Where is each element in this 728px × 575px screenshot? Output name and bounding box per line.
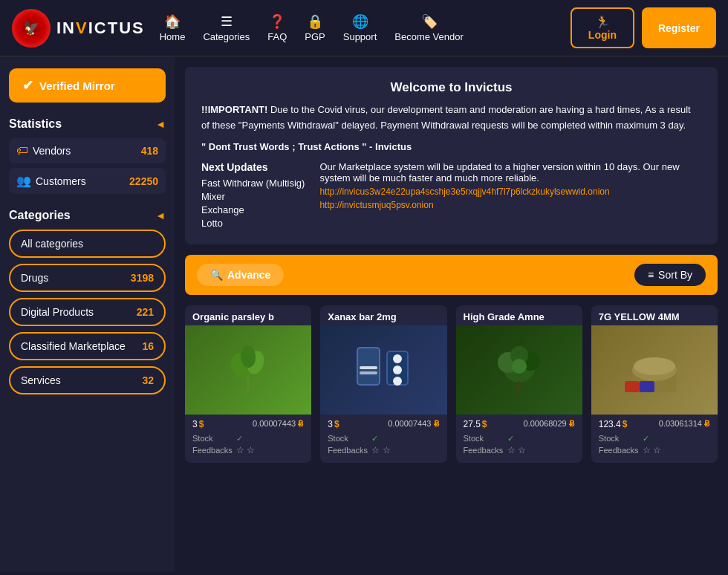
stock-row-0: Stock ✓ xyxy=(192,434,304,444)
category-all[interactable]: All categories xyxy=(9,230,166,258)
stars-0: ☆ ☆ xyxy=(236,445,255,455)
stock-check-icon-2: ✓ xyxy=(507,434,514,444)
product-card-3[interactable]: 7G YELLOW 4MM 123.4 $ xyxy=(591,305,718,463)
stock-check-icon-3: ✓ xyxy=(643,434,649,444)
onion-link-1[interactable]: http://invicus3w24e22upa4scshje3e5rxqjjv… xyxy=(319,186,701,197)
sort-icon: ≡ xyxy=(648,269,654,281)
welcome-important-text: !!IMPORTANT! Due to the Covid virus, our… xyxy=(201,103,701,134)
product-price-row-1: 3 $ 0.00007443 Ƀ xyxy=(320,415,446,431)
nav-become-vendor[interactable]: 🏷️ Become Vendor xyxy=(394,13,464,42)
support-icon: 🌐 xyxy=(352,13,368,30)
category-drugs[interactable]: Drugs 3198 xyxy=(9,264,166,292)
product-meta-0: Stock ✓ Feedbacks ☆ ☆ xyxy=(185,431,311,463)
feedbacks-row-0: Feedbacks ☆ ☆ xyxy=(192,445,304,455)
pgp-icon: 🔒 xyxy=(307,13,323,30)
svg-point-9 xyxy=(393,366,402,374)
header: 🦅 INVICTUS 🏠 Home ☰ Categories ❓ FAQ 🔒 P… xyxy=(0,0,728,56)
xanax-svg xyxy=(354,340,413,400)
feedbacks-row-2: Feedbacks ☆ ☆ xyxy=(464,445,575,455)
nav-home[interactable]: 🏠 Home xyxy=(160,13,186,42)
welcome-box: Welcome to Invictus !!IMPORTANT! Due to … xyxy=(185,67,718,244)
product-price-row-3: 123.4 $ 0.03061314 Ƀ xyxy=(591,415,718,431)
nav-faq[interactable]: ❓ FAQ xyxy=(267,13,287,42)
logo: 🦅 INVICTUS xyxy=(12,9,145,48)
product-price-row-0: 3 $ 0.00007443 Ƀ xyxy=(185,415,311,431)
svg-point-8 xyxy=(393,377,402,386)
price-btc-0: 0.00007443 Ƀ xyxy=(253,419,304,429)
powder-svg xyxy=(625,340,684,400)
register-button[interactable]: Register xyxy=(642,7,716,48)
sidebar: ✔ Verified Mirror Statistics ◄ 🏷 Vendors… xyxy=(0,56,175,572)
logo-text: INVICTUS xyxy=(56,19,145,38)
customers-stat: 👥 Customers 22250 xyxy=(9,168,166,194)
svg-rect-20 xyxy=(625,381,640,392)
main-content: Welcome to Invictus !!IMPORTANT! Due to … xyxy=(175,56,728,572)
customers-label: 👥 Customers xyxy=(16,174,86,188)
nav-support[interactable]: 🌐 Support xyxy=(343,13,377,42)
product-meta-1: Stock ✓ Feedbacks ☆ ☆ xyxy=(320,431,446,463)
vendors-label: 🏷 Vendors xyxy=(16,144,71,157)
advance-search-button[interactable]: 🔍 Advance xyxy=(197,264,284,286)
vendors-icon: 🏷 xyxy=(16,144,28,157)
category-digital-products[interactable]: Digital Products 221 xyxy=(9,298,166,326)
updates-list: Next Updates Fast Withdraw (Multisig) Mi… xyxy=(201,161,305,231)
sort-by-button[interactable]: ≡ Sort By xyxy=(634,264,706,286)
stars-1: ☆ ☆ xyxy=(371,445,390,455)
stock-row-3: Stock ✓ xyxy=(599,434,710,444)
stock-check-icon-1: ✓ xyxy=(371,434,378,444)
logo-v: V xyxy=(76,19,88,37)
search-icon: 🔍 xyxy=(210,269,223,281)
nav-categories[interactable]: ☰ Categories xyxy=(203,13,250,42)
customers-count: 22250 xyxy=(129,175,158,187)
welcome-updates: Next Updates Fast Withdraw (Multisig) Mi… xyxy=(201,161,701,231)
svg-point-15 xyxy=(512,359,527,374)
customers-icon: 👥 xyxy=(16,174,31,188)
categories-title: Categories ◄ xyxy=(9,209,166,222)
svg-point-10 xyxy=(393,354,402,363)
vendors-count: 418 xyxy=(141,145,158,157)
product-title-0: Organic parsley b xyxy=(185,305,311,325)
updates-description: Our Marketplace system will be updated t… xyxy=(319,161,701,231)
svg-rect-6 xyxy=(360,366,377,369)
category-classified[interactable]: Classified Marketplace 16 xyxy=(9,332,166,360)
categories-arrow-icon: ◄ xyxy=(155,209,166,221)
categories-section: Categories ◄ All categories Drugs 3198 D… xyxy=(9,209,166,394)
product-image-2 xyxy=(456,325,582,415)
stats-arrow-icon: ◄ xyxy=(155,118,166,130)
product-card-1[interactable]: Xanax bar 2mg 3 $ xyxy=(320,305,446,463)
login-icon: 🏃 xyxy=(588,15,617,29)
nav-pgp[interactable]: 🔒 PGP xyxy=(305,13,325,42)
login-button[interactable]: 🏃 Login xyxy=(571,7,634,48)
stars-2: ☆ ☆ xyxy=(507,445,526,455)
onion-link-2[interactable]: http://invictusmjuq5psv.onion xyxy=(319,200,701,210)
stars-3: ☆ ☆ xyxy=(643,445,661,455)
main-nav: 🏠 Home ☰ Categories ❓ FAQ 🔒 PGP 🌐 Suppor… xyxy=(160,13,556,42)
vendor-icon: 🏷️ xyxy=(421,13,438,30)
faq-icon: ❓ xyxy=(269,13,285,30)
search-sort-bar: 🔍 Advance ≡ Sort By xyxy=(185,255,718,295)
auth-buttons: 🏃 Login Register xyxy=(571,7,716,48)
update-item-1: Fast Withdraw (Multisig) xyxy=(201,178,305,189)
stock-row-1: Stock ✓ xyxy=(328,434,439,444)
price-btc-3: 0.03061314 Ƀ xyxy=(659,419,710,429)
update-description-text: Our Marketplace system will be updated t… xyxy=(319,161,701,183)
product-card-2[interactable]: High Grade Amne 27.5 $ xyxy=(456,305,582,463)
verified-mirror-button[interactable]: ✔ Verified Mirror xyxy=(9,68,166,103)
product-card-0[interactable]: Organic parsley b 3 $ 0.000074 xyxy=(185,305,311,463)
category-services[interactable]: Services 32 xyxy=(9,366,166,394)
product-image-3 xyxy=(591,325,718,415)
svg-rect-21 xyxy=(640,381,654,392)
home-icon: 🏠 xyxy=(164,13,181,30)
product-image-0 xyxy=(185,325,311,415)
product-title-1: Xanax bar 2mg xyxy=(320,305,446,325)
price-usd-2: 27.5 $ xyxy=(464,419,487,429)
weed-svg xyxy=(490,340,549,400)
price-usd-0: 3 $ xyxy=(192,419,204,429)
feedbacks-row-3: Feedbacks ☆ ☆ xyxy=(599,445,710,455)
welcome-title: Welcome to Invictus xyxy=(201,80,701,95)
price-btc-1: 0.00007443 Ƀ xyxy=(388,419,439,429)
statistics-section: Statistics ◄ 🏷 Vendors 418 👥 Customers 2… xyxy=(9,117,166,194)
update-item-4: Lotto xyxy=(201,218,305,229)
update-item-2: Mixer xyxy=(201,191,305,202)
product-meta-3: Stock ✓ Feedbacks ☆ ☆ xyxy=(591,431,718,463)
